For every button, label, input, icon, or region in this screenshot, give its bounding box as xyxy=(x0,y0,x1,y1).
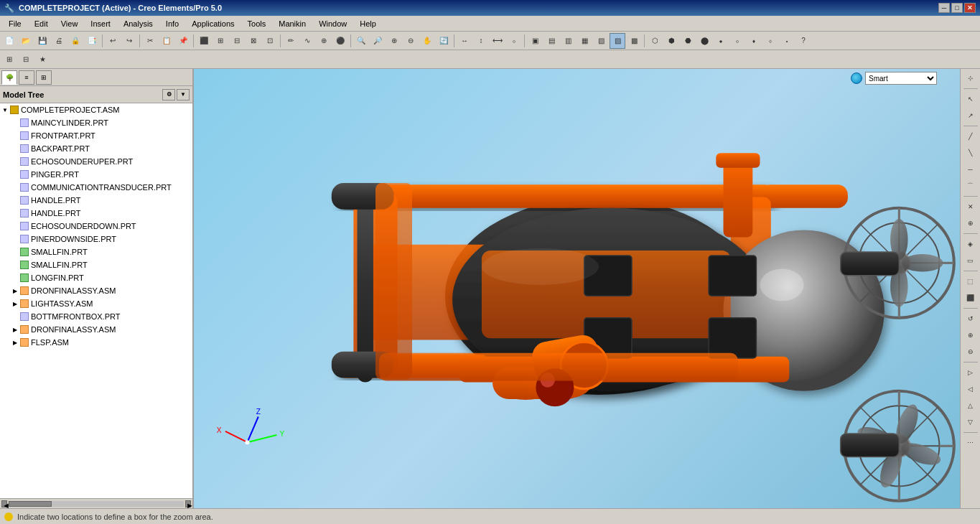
tb-sketch2[interactable]: ∿ xyxy=(299,33,315,49)
tb-dim2[interactable]: ↕ xyxy=(473,33,489,49)
expand-14[interactable]: ▶ xyxy=(11,286,19,296)
expand-17[interactable]: ▶ xyxy=(11,324,19,334)
tree-content[interactable]: ▼ COMPLETEPROJECT.ASM MAINCYLINDER.PRT F… xyxy=(0,103,192,498)
rt-line2[interactable]: ╲ xyxy=(963,145,979,161)
menu-edit[interactable]: Edit xyxy=(29,18,54,29)
close-button[interactable]: ✕ xyxy=(964,3,976,13)
tree-item-10[interactable]: PINERDOWNSIDE.PRT xyxy=(0,233,192,245)
tree-item-16[interactable]: BOTTMFRONTBOX.PRT xyxy=(0,310,192,323)
tb-view5[interactable]: ⊡ xyxy=(262,33,278,49)
tree-item-17[interactable]: ▶ DRONFINALASSY.ASM xyxy=(0,323,192,336)
tree-item-6[interactable]: COMMUNICATIONTRANSDUCER.PRT xyxy=(0,181,192,194)
tb-dim1[interactable]: ↔ xyxy=(457,33,472,49)
tree-item-2[interactable]: FRONTPART.PRT xyxy=(0,129,192,142)
tb-view2[interactable]: ⊞ xyxy=(213,33,228,49)
tb-dim4[interactable]: ⬦ xyxy=(506,33,522,49)
tree-item-8[interactable]: HANDLE.PRT xyxy=(0,207,192,220)
tree-item-13[interactable]: LONGFIN.PRT xyxy=(0,271,192,284)
tb-rotate[interactable]: 🔄 xyxy=(436,33,452,49)
panel-tab-layers[interactable]: ≡ xyxy=(19,70,34,85)
rt-zoom-in[interactable]: ⊕ xyxy=(963,327,979,343)
tb-misc9[interactable]: ⬩ xyxy=(779,33,795,49)
tb-save[interactable]: 💾 xyxy=(34,33,50,49)
tb-render7[interactable]: ▩ xyxy=(626,33,642,49)
tb-render6[interactable]: ▨ xyxy=(610,33,625,49)
tb-sketch1[interactable]: ✏ xyxy=(283,33,299,49)
tb-sphere[interactable]: ⚫ xyxy=(332,33,348,49)
tb2-star[interactable]: ★ xyxy=(34,52,50,67)
expand-15[interactable]: ▶ xyxy=(11,299,19,309)
tree-item-7[interactable]: HANDLE.PRT xyxy=(0,194,192,207)
rt-cross2[interactable]: ⊕ xyxy=(963,215,979,231)
tree-item-root[interactable]: ▼ COMPLETEPROJECT.ASM xyxy=(0,103,192,116)
menu-file[interactable]: File xyxy=(3,18,27,29)
panel-tab-3[interactable]: ⊞ xyxy=(36,70,52,85)
tb-sketch3[interactable]: ⊕ xyxy=(316,33,332,49)
tb-open[interactable]: 📂 xyxy=(18,33,34,49)
menu-view[interactable]: View xyxy=(55,18,84,29)
tb-cut[interactable]: ✂ xyxy=(142,33,158,49)
menu-tools[interactable]: Tools xyxy=(242,18,272,29)
scroll-track[interactable] xyxy=(9,501,184,507)
rt-misc1[interactable]: ▷ xyxy=(963,365,979,380)
tb-render1[interactable]: ▣ xyxy=(527,33,543,49)
rt-filter[interactable]: ⋯ xyxy=(963,435,979,451)
tb-new[interactable]: 📄 xyxy=(1,33,17,49)
minimize-button[interactable]: ─ xyxy=(938,3,950,13)
rt-cross1[interactable]: ✕ xyxy=(963,199,979,215)
rt-rect[interactable]: ▭ xyxy=(963,253,979,268)
tree-menu-btn[interactable]: ▼ xyxy=(177,89,190,100)
tb-misc7[interactable]: ⬧ xyxy=(746,33,762,49)
rt-misc2[interactable]: ◁ xyxy=(963,381,979,397)
tree-item-1[interactable]: MAINCYLINDER.PRT xyxy=(0,116,192,129)
viewport[interactable]: Smart Geometry Datum Feature Part Assemb… xyxy=(194,69,960,508)
menu-applications[interactable]: Applications xyxy=(186,18,240,29)
tb-help[interactable]: ? xyxy=(795,33,811,49)
rt-misc4[interactable]: ▽ xyxy=(963,414,979,430)
tree-item-12[interactable]: SMALLFIN.PRT xyxy=(0,258,192,271)
tb-misc3[interactable]: ⬣ xyxy=(680,33,696,49)
rt-curve[interactable]: ⌒ xyxy=(963,178,979,194)
tb-undo[interactable]: ↩ xyxy=(105,33,121,49)
menu-analysis[interactable]: Analysis xyxy=(118,18,159,29)
tb-copy[interactable]: 📋 xyxy=(159,33,174,49)
tb-view1[interactable]: ⬛ xyxy=(196,33,212,49)
tree-item-14[interactable]: ▶ DRONFINALASSY.ASM xyxy=(0,284,192,297)
rt-arrow2[interactable]: ↗ xyxy=(963,108,979,123)
tb2-layers[interactable]: ⊟ xyxy=(18,52,34,67)
scroll-right-btn[interactable]: ► xyxy=(185,500,191,507)
tree-settings-btn[interactable]: ⚙ xyxy=(162,89,175,100)
tree-hscroll[interactable]: ◄ ► xyxy=(0,498,192,508)
tree-item-4[interactable]: ECHOSOUNDERUPER.PRT xyxy=(0,155,192,168)
menu-insert[interactable]: Insert xyxy=(85,18,116,29)
rt-misc3[interactable]: △ xyxy=(963,398,979,413)
tb-misc8[interactable]: ⬨ xyxy=(762,33,778,49)
tb-misc1[interactable]: ⬡ xyxy=(647,33,663,49)
tb-zoom1[interactable]: 🔍 xyxy=(353,33,369,49)
rt-feature2[interactable]: ⬛ xyxy=(963,290,979,306)
scroll-left-btn[interactable]: ◄ xyxy=(1,500,7,507)
rt-feature1[interactable]: ⬚ xyxy=(963,273,979,289)
rt-arrow1[interactable]: ↖ xyxy=(963,91,979,107)
rt-line1[interactable]: ╱ xyxy=(963,128,979,144)
scroll-thumb[interactable] xyxy=(9,501,52,507)
tree-item-11[interactable]: SMALLFIN.PRT xyxy=(0,245,192,258)
rt-node[interactable]: ◈ xyxy=(963,236,979,252)
tb-render3[interactable]: ▥ xyxy=(560,33,576,49)
tree-item-18[interactable]: ▶ FLSP.ASM xyxy=(0,336,192,349)
tb-misc4[interactable]: ⬤ xyxy=(696,33,712,49)
tb-pan[interactable]: ✋ xyxy=(419,33,435,49)
tree-item-15[interactable]: ▶ LIGHTASSY.ASM xyxy=(0,297,192,310)
tb-lock[interactable]: 🔒 xyxy=(67,33,83,49)
tb-render4[interactable]: ▦ xyxy=(577,33,592,49)
tb-render5[interactable]: ▧ xyxy=(593,33,609,49)
tb-pdf[interactable]: 📑 xyxy=(84,33,100,49)
expand-18[interactable]: ▶ xyxy=(11,337,19,347)
tb-view3[interactable]: ⊟ xyxy=(229,33,245,49)
tb-misc6[interactable]: ⬦ xyxy=(729,33,745,49)
tree-item-9[interactable]: ECHOSOUNDERDOWN.PRT xyxy=(0,220,192,233)
tree-item-3[interactable]: BACKPART.PRT xyxy=(0,142,192,155)
tb-misc2[interactable]: ⬢ xyxy=(663,33,679,49)
tb-zoom2[interactable]: 🔎 xyxy=(370,33,386,49)
tb-misc5[interactable]: ⬥ xyxy=(713,33,729,49)
